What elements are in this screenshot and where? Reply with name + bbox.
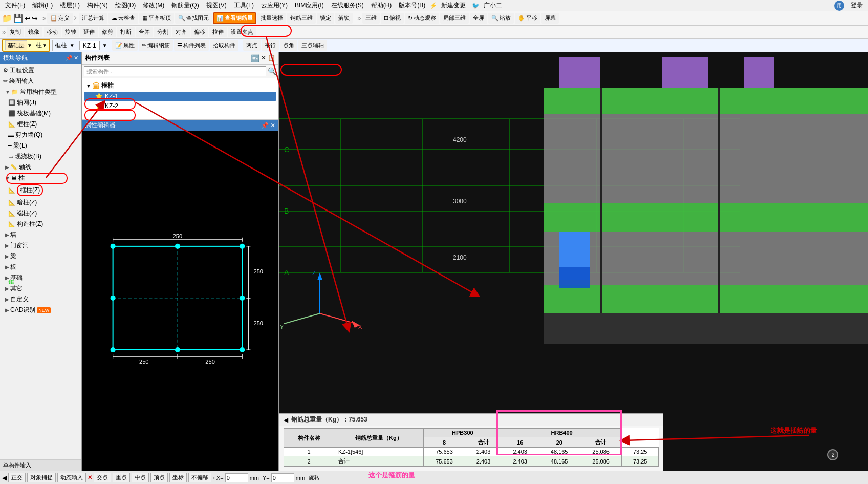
nav-foundation[interactable]: ▶ 基础 [1, 272, 80, 283]
nav-close-btn[interactable]: ✕ [74, 55, 78, 61]
btn-offset[interactable]: 偏移 [191, 27, 208, 37]
menu-view[interactable]: 视图(V) [203, 0, 230, 11]
menu-help[interactable]: 帮助(H) [368, 0, 395, 11]
btn-screen[interactable]: 屏幕 [541, 13, 559, 24]
btn-set-grip[interactable]: 设置夹点 [228, 27, 256, 37]
btn-break[interactable]: 打断 [117, 27, 135, 37]
comp-close-btn[interactable]: ✕ [261, 54, 266, 62]
btn-point-angle[interactable]: 点角 [280, 40, 297, 51]
nav-pin-btn[interactable]: 📌 [66, 55, 73, 61]
nav-other[interactable]: ▶ 其它 [1, 283, 80, 294]
btn-pick[interactable]: 拾取构件 [210, 40, 238, 51]
btn-ortho[interactable]: 正交 [8, 473, 26, 482]
nav-beam2[interactable]: ▶ 梁 [1, 251, 80, 262]
menu-new-change[interactable]: 新建变更 [438, 0, 469, 11]
btn-zoom[interactable]: 🔍 缩放 [488, 13, 514, 24]
btn-parallel[interactable]: 平行 [262, 40, 279, 51]
cancel-icon[interactable]: ✕ [88, 474, 92, 481]
menu-tools[interactable]: 工具(T) [231, 0, 257, 11]
btn-find-element[interactable]: 🔍 查找图元 [175, 13, 212, 24]
layer-type-arrow[interactable]: ▼ [42, 43, 47, 48]
props-pin-btn[interactable]: 📌 [261, 122, 269, 129]
btn-pan[interactable]: ✋ 平移 [515, 13, 540, 24]
toolbar-redo[interactable]: ↪ [32, 14, 38, 23]
comp-tree-folder[interactable]: ▼ 🏛 框柱 [84, 80, 276, 91]
layer-dropdown[interactable]: 基础层 [5, 40, 27, 50]
btn-unlock[interactable]: 解锁 [335, 13, 353, 24]
menu-edit[interactable]: 编辑(E) [29, 0, 56, 11]
btn-3d[interactable]: 三维 [362, 13, 380, 24]
nav-engineering-settings[interactable]: ⚙ 工程设置 [1, 65, 80, 76]
btn-fullscreen[interactable]: 全屏 [470, 13, 487, 24]
btn-view-steel[interactable]: 📊 查看钢筋量 [213, 12, 256, 24]
btn-no-offset[interactable]: 不偏移 [188, 473, 211, 482]
menu-component[interactable]: 构件(N) [84, 0, 111, 11]
comp-copy-btn[interactable]: 📋 [268, 54, 275, 62]
layer-type[interactable]: 柱 [36, 41, 42, 50]
x-input[interactable] [225, 473, 248, 482]
btn-vertex[interactable]: 顶点 [150, 473, 168, 482]
nav-frame-col[interactable]: 📐 框柱(Z) [1, 119, 80, 130]
nav-end-col[interactable]: 📐 端柱(Z) [1, 208, 80, 219]
btn-copy[interactable]: 复制 [7, 27, 24, 37]
btn-comp-list[interactable]: ☰ 构件列表 [174, 40, 209, 51]
btn-trim[interactable]: 修剪 [99, 27, 116, 37]
btn-stretch[interactable]: 拉伸 [209, 27, 227, 37]
menu-steel[interactable]: 钢筋量(Q) [168, 0, 202, 11]
btn-properties[interactable]: 📝 属性 [112, 40, 138, 51]
y-input[interactable] [271, 473, 294, 482]
nav-draw-input[interactable]: ✏ 绘图输入 [1, 76, 80, 87]
layer-arrow[interactable]: ▼ [27, 43, 32, 48]
nav-window-door[interactable]: ▶ 门窗洞 [1, 240, 80, 251]
btn-align-top[interactable]: ▦ 平齐板顶 [139, 13, 174, 24]
btn-split[interactable]: 分割 [154, 27, 171, 37]
btn-cloud-check[interactable]: ☁ 云检查 [108, 13, 138, 24]
btn-endpoint[interactable]: 重点 [113, 473, 130, 482]
nav-custom[interactable]: ▶ 自定义 [1, 294, 80, 305]
nav-shear-wall[interactable]: ▬ 剪力墙(Q) [1, 130, 80, 140]
btn-snap[interactable]: 对象捕捉 [27, 473, 56, 482]
comp-search-input[interactable] [84, 66, 266, 76]
search-icon[interactable]: 🔍 [268, 67, 276, 75]
btn-extend[interactable]: 延伸 [80, 27, 98, 37]
btn-edit-steel[interactable]: ✏ 编辑钢筋 [139, 40, 173, 51]
btn-midpoint[interactable]: 中点 [132, 473, 149, 482]
btn-move[interactable]: 移动 [44, 27, 61, 37]
btn-steel-3d[interactable]: 钢筋三维 [287, 13, 316, 24]
menu-online[interactable]: 在线服务(S) [328, 0, 367, 11]
btn-align[interactable]: 对齐 [172, 27, 190, 37]
btn-summary[interactable]: 汇总计算 [79, 13, 107, 24]
menu-floor[interactable]: 楼层(L) [57, 0, 83, 11]
nav-struct-col[interactable]: 📐 构造柱(Z) [1, 219, 80, 229]
nav-slab2[interactable]: ▶ 板 [1, 262, 80, 272]
btn-local-3d[interactable]: 局部三维 [440, 13, 469, 24]
comp-type-arrow[interactable]: ▼ [70, 43, 75, 48]
comp-new-btn[interactable]: 🆕 [251, 54, 259, 62]
comp-name-arrow[interactable]: ▼ [102, 43, 107, 48]
nav-slab[interactable]: ▭ 现浇板(B) [1, 151, 80, 162]
nav-frame-col-2[interactable]: 📐 框柱(Z) [1, 183, 80, 197]
btn-dynamic-obs[interactable]: ↻ 动态观察 [405, 13, 439, 24]
btn-define[interactable]: 📋 定义 [47, 13, 73, 24]
nav-cad[interactable]: ▶ CAD识别 NEW [1, 305, 80, 315]
steel-expand-icon[interactable]: ◀ [284, 416, 288, 424]
btn-intersection[interactable]: 交点 [94, 473, 111, 482]
nav-raft[interactable]: ⬛ 筏板基础(M) [1, 108, 80, 119]
expand-icon[interactable]: ◀ [2, 474, 7, 481]
btn-dynamic-input[interactable]: 动态输入 [57, 473, 86, 482]
menu-bim[interactable]: BIM应用(I) [292, 0, 327, 11]
right-3d-view[interactable]: A B C 4200 3000 2100 Z X Y [279, 52, 868, 471]
btn-mirror[interactable]: 镜像 [25, 27, 42, 37]
comp-kz2[interactable]: ⭐ KZ-2 [84, 101, 276, 111]
menu-file[interactable]: 文件(F) [2, 0, 28, 11]
nav-axis[interactable]: 🔲 轴网(J) [1, 97, 80, 108]
btn-two-points[interactable]: 两点 [243, 40, 261, 51]
menu-modify[interactable]: 修改(M) [140, 0, 167, 11]
btn-top-view[interactable]: ⊡ 俯视 [381, 13, 404, 24]
menu-cloud-app[interactable]: 云应用(Y) [258, 0, 291, 11]
nav-common-components[interactable]: ▼ 📁 常用构件类型 [1, 87, 80, 97]
props-close-btn[interactable]: ✕ [270, 122, 275, 129]
btn-lock[interactable]: 锁定 [317, 13, 334, 24]
nav-col-folder[interactable]: ▼ 🏛 柱 [1, 173, 80, 183]
menu-version[interactable]: 版本号(B) [396, 0, 428, 11]
